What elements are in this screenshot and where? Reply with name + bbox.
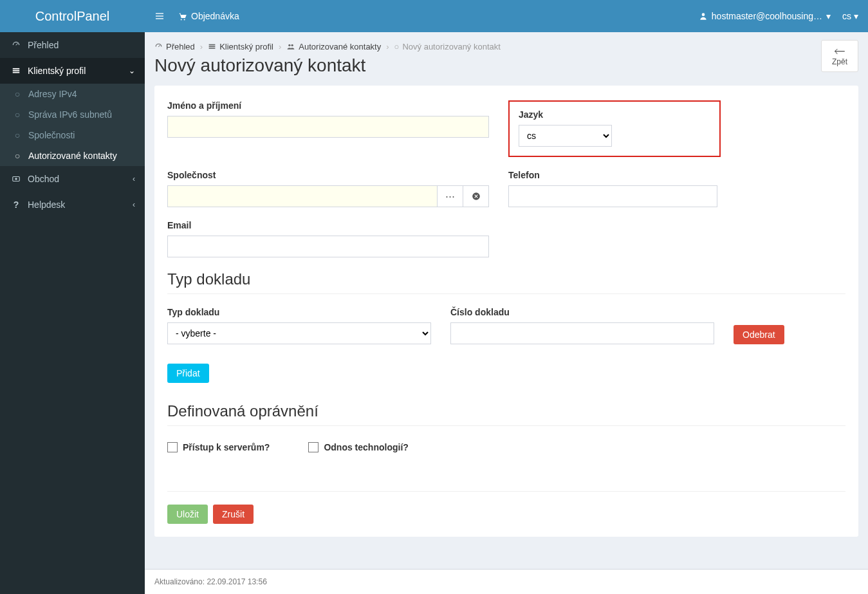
- language-label: Jazyk: [519, 109, 710, 120]
- checkbox-icon[interactable]: [308, 442, 319, 452]
- breadcrumb-client-profile[interactable]: Klientský profil: [208, 42, 273, 51]
- user-name: hostmaster@coolhousing…: [712, 11, 822, 21]
- lang-switch[interactable]: cs ▾: [842, 11, 858, 21]
- sidebar-item-client-profile[interactable]: Klientský profil ⌄: [0, 58, 145, 84]
- doc-number-input[interactable]: [450, 322, 714, 344]
- circle-icon: ○: [12, 130, 23, 140]
- profile-icon: [208, 42, 216, 51]
- sidebar-sub-ipv4[interactable]: ○ Adresy IPv4: [0, 84, 145, 104]
- svg-rect-13: [209, 48, 216, 49]
- breadcrumb-label: Přehled: [166, 42, 195, 51]
- sidebar-sub-ipv6[interactable]: ○ Správa IPv6 subnetů: [0, 104, 145, 125]
- email-input[interactable]: [167, 236, 489, 257]
- doc-section-title: Typ dokladu: [167, 270, 845, 294]
- company-clear-button[interactable]: [463, 185, 489, 207]
- sidebar-item-label: Přehled: [28, 40, 59, 50]
- breadcrumb-new-contact: ○ Nový autorizovaný kontakt: [394, 42, 501, 51]
- company-input[interactable]: [167, 185, 438, 207]
- nav-order[interactable]: Objednávka: [178, 11, 239, 21]
- chevron-down-icon: ⌄: [129, 66, 135, 75]
- user-icon: [699, 12, 708, 21]
- remove-doc-button[interactable]: Odebrat: [734, 325, 784, 344]
- company-label: Společnost: [167, 170, 489, 180]
- lang-label: cs: [842, 11, 851, 21]
- sidebar-item-label: Helpdesk: [28, 200, 65, 210]
- lang-highlight-box: Jazyk cs: [508, 100, 721, 157]
- breadcrumb-overview[interactable]: Přehled: [154, 42, 195, 51]
- money-icon: [10, 174, 23, 183]
- arrow-left-icon: 🡐: [832, 46, 847, 57]
- dashboard-icon: [10, 41, 23, 50]
- breadcrumb: Přehled › Klientský profil › Autorizovan…: [154, 42, 858, 51]
- sidebar-item-shop[interactable]: Obchod ‹: [0, 166, 145, 192]
- svg-point-4: [15, 178, 17, 180]
- svg-rect-6: [156, 15, 163, 16]
- chevron-left-icon: ‹: [133, 200, 135, 209]
- sidebar: ControlPanel Přehled Klientský profil ⌄ …: [0, 0, 145, 594]
- doc-number-label: Číslo dokladu: [450, 307, 714, 317]
- clear-icon: [472, 192, 481, 201]
- sidebar-sub-auth-contacts[interactable]: ○ Autorizované kontakty: [0, 145, 145, 166]
- svg-rect-5: [156, 13, 163, 14]
- language-select[interactable]: cs: [519, 125, 612, 147]
- email-label: Email: [167, 220, 489, 230]
- perm-server-access[interactable]: Přístup k serverům?: [167, 442, 270, 452]
- svg-point-10: [701, 13, 705, 16]
- phone-input[interactable]: [508, 185, 717, 207]
- breadcrumb-sep: ›: [279, 42, 281, 51]
- breadcrumb-sep: ›: [200, 42, 203, 51]
- breadcrumb-label: Klientský profil: [219, 42, 273, 51]
- caret-down-icon: ▾: [854, 11, 858, 21]
- sidebar-sub-companies[interactable]: ○ Společnosti: [0, 125, 145, 145]
- sidebar-item-overview[interactable]: Přehled: [0, 32, 145, 58]
- perm-tech-removal[interactable]: Odnos technologií?: [308, 442, 408, 452]
- ellipsis-icon: ⋯: [445, 190, 455, 202]
- brand-logo[interactable]: ControlPanel: [0, 0, 145, 32]
- svg-rect-2: [13, 72, 20, 73]
- question-icon: ?: [10, 200, 23, 210]
- circle-icon: ○: [12, 151, 23, 161]
- breadcrumb-label: Autorizované kontakty: [299, 42, 381, 51]
- topbar: Objednávka hostmaster@coolhousing… ▾ cs …: [145, 0, 868, 32]
- svg-rect-0: [13, 68, 20, 70]
- form-panel: Jméno a příjmení Jazyk cs: [154, 86, 858, 537]
- perm-label: Odnos technologií?: [324, 442, 408, 452]
- cancel-button[interactable]: Zrušit: [213, 505, 254, 524]
- doc-type-label: Typ dokladu: [167, 307, 431, 317]
- name-input[interactable]: [167, 116, 489, 138]
- sidebar-item-label: Obchod: [28, 174, 59, 184]
- checkbox-icon[interactable]: [167, 442, 178, 452]
- add-doc-button[interactable]: Přidat: [167, 364, 209, 383]
- profile-icon: [10, 66, 23, 75]
- chevron-left-icon: ‹: [133, 174, 135, 183]
- name-label: Jméno a příjmení: [167, 100, 489, 111]
- svg-point-9: [184, 19, 185, 20]
- svg-point-15: [291, 44, 293, 46]
- phone-label: Telefon: [508, 170, 721, 180]
- sidebar-item-label: Klientský profil: [28, 66, 86, 76]
- nav-order-label: Objednávka: [191, 11, 239, 21]
- circle-icon: ○: [12, 89, 23, 99]
- content-header: Přehled › Klientský profil › Autorizovan…: [145, 32, 868, 86]
- main-area: Objednávka hostmaster@coolhousing… ▾ cs …: [145, 0, 868, 594]
- sidebar-sub-label: Autorizované kontakty: [28, 151, 117, 161]
- doc-type-select[interactable]: - vyberte -: [167, 322, 431, 344]
- caret-down-icon: ▾: [826, 11, 831, 21]
- perm-label: Přístup k serverům?: [183, 442, 270, 452]
- breadcrumb-sep: ›: [386, 42, 389, 51]
- company-browse-button[interactable]: ⋯: [438, 185, 463, 207]
- svg-point-8: [181, 19, 182, 20]
- breadcrumb-auth-contacts[interactable]: Autorizované kontakty: [286, 42, 381, 51]
- sidebar-sub-label: Adresy IPv4: [28, 89, 77, 99]
- svg-rect-1: [13, 70, 20, 71]
- sidebar-sub-label: Správa IPv6 subnetů: [28, 109, 112, 120]
- perms-section-title: Definovaná oprávnění: [167, 402, 845, 426]
- menu-toggle-icon[interactable]: [154, 11, 165, 21]
- page-title: Nový autorizovaný kontakt: [154, 55, 365, 76]
- back-button[interactable]: 🡐 Zpět: [821, 40, 858, 72]
- sidebar-sub-label: Společnosti: [28, 130, 75, 140]
- sidebar-item-helpdesk[interactable]: ? Helpdesk ‹: [0, 192, 145, 218]
- save-button[interactable]: Uložit: [167, 505, 208, 524]
- circle-icon: ○: [12, 109, 23, 120]
- user-menu[interactable]: hostmaster@coolhousing… ▾: [699, 11, 831, 21]
